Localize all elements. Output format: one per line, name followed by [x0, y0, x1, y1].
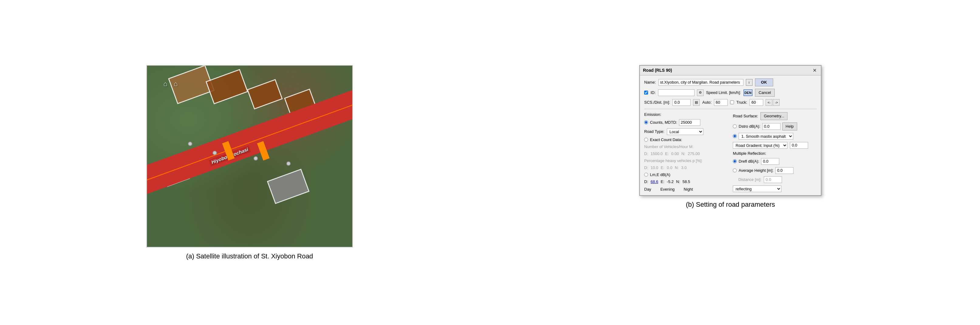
- emission-label: Emission:: [644, 112, 661, 117]
- cancel-button[interactable]: Cancel: [755, 89, 775, 97]
- lme-label: Lm,E dB(A): [650, 172, 670, 177]
- d-lme-label: D:: [644, 179, 648, 184]
- avg-height-input[interactable]: [775, 167, 794, 174]
- multiple-reflection-row: Multiple Reflection:: [733, 151, 817, 156]
- map-pin-icon-2: ⌂: [174, 80, 178, 88]
- id-icon: ⚙: [697, 90, 704, 96]
- road-gradient-row: Road Gradient: Input (%): [733, 142, 817, 149]
- name-label: Name:: [644, 80, 655, 85]
- map-pin-icon: ⌂: [163, 80, 167, 88]
- d-value-2: 10.0: [651, 165, 658, 170]
- e-lme-label: E:: [661, 179, 665, 184]
- road-circle-2: [254, 156, 258, 160]
- e-value-2: 0.0: [667, 165, 672, 170]
- road-surface-label: Road Surface:: [733, 114, 758, 118]
- e-lme-value: -5.2: [667, 179, 674, 184]
- exact-count-row: Exact Count Data:: [644, 138, 728, 142]
- smooth-asphalt-row: 1. Smooth mastix asphalt: [733, 133, 817, 139]
- reflecting-row: reflecting: [733, 186, 817, 192]
- exact-count-radio[interactable]: [644, 138, 648, 142]
- pct-heavy-label: Percentage heavy vehicles p [%]:: [644, 158, 702, 163]
- distance-input[interactable]: [764, 176, 782, 183]
- counts-mdtd-radio[interactable]: [644, 120, 648, 124]
- road-container: [146, 65, 353, 248]
- id-input[interactable]: [658, 90, 695, 96]
- scs-input[interactable]: [672, 99, 690, 106]
- ok-button[interactable]: OK: [755, 78, 773, 86]
- auto-input[interactable]: [714, 99, 728, 106]
- left-caption: (a) Satellite illustration of St. Xiyobo…: [186, 252, 313, 260]
- smooth-asphalt-radio[interactable]: [733, 134, 737, 138]
- right-col: Road Surface: Geometry... Dstro dB(A): H…: [733, 112, 817, 192]
- id-checkbox[interactable]: [644, 91, 648, 94]
- dialog-body: Name: i OK ID: ⚙ Speed Limit. [km/h]: DE…: [640, 75, 821, 195]
- n-value-1: 275.00: [688, 151, 700, 156]
- d-label-1: D:: [644, 151, 648, 156]
- road-surface-row: Road Surface: Geometry...: [733, 112, 817, 120]
- close-button[interactable]: ✕: [811, 67, 818, 73]
- pct-heavy-row: Percentage heavy vehicles p [%]:: [644, 158, 728, 163]
- drefl-label: Drefl dB(A):: [738, 159, 759, 163]
- multiple-reflection-label: Multiple Reflection:: [733, 151, 766, 156]
- road-gradient-select[interactable]: Road Gradient: Input (%): [733, 142, 788, 149]
- e-value-1: 0.00: [671, 151, 679, 156]
- den-lme-row: D: 68.6 E: -5.2 N: 58.5: [644, 179, 728, 184]
- d-value-1: 1500.0: [651, 151, 663, 156]
- truck-checkbox[interactable]: [730, 100, 734, 104]
- n-lme-value: 58.5: [682, 179, 690, 184]
- info-icon-label: i: [749, 80, 749, 84]
- road-gradient-input[interactable]: [790, 142, 808, 149]
- left-col: Emission: Counts, MDTD: Road Type:: [644, 112, 728, 192]
- road-type-select[interactable]: Local: [667, 128, 703, 135]
- lme-radio[interactable]: [644, 173, 648, 177]
- two-col-section: Emission: Counts, MDTD: Road Type:: [644, 112, 817, 192]
- n-value-2: 3.0: [681, 165, 687, 170]
- d-label-2: D:: [644, 165, 648, 170]
- id-speed-row: ID: ⚙ Speed Limit. [km/h]: DEN Cancel: [644, 89, 817, 97]
- auto-label: Auto:: [702, 100, 711, 104]
- road-main: [146, 82, 353, 205]
- left-panel: Hiyobon kochasi ⌂ ⌂ (a) Satellite illust…: [18, 65, 481, 260]
- nav-arrows: <- ->: [765, 99, 780, 106]
- counts-mdtd-input[interactable]: [679, 119, 700, 126]
- e-label-2: E:: [661, 165, 665, 170]
- den-button[interactable]: DEN: [743, 90, 752, 96]
- dstro-label: Dstro dB(A):: [738, 124, 760, 129]
- day-label: Day: [644, 187, 651, 192]
- scs-auto-row: SCS./Dist. [m]: ▤ Auto: Truck: <- ->: [644, 99, 817, 106]
- n-label-1: N:: [681, 151, 686, 156]
- info-icon[interactable]: i: [746, 79, 752, 86]
- road-type-label: Road Type:: [644, 129, 664, 134]
- d-lme-value: 68.6: [651, 179, 658, 184]
- lme-row: Lm,E dB(A): [644, 172, 728, 177]
- exact-count-label: Exact Count Data:: [650, 138, 682, 142]
- satellite-image: Hiyobon kochasi ⌂ ⌂: [146, 65, 353, 248]
- dialog-title: Road (RLS 90): [643, 68, 672, 73]
- drefl-row: Drefl dB(A):: [733, 158, 817, 165]
- truck-input[interactable]: [749, 99, 763, 106]
- help-button[interactable]: Help: [782, 123, 797, 130]
- nav-right-button[interactable]: ->: [773, 99, 780, 106]
- dstro-input[interactable]: [762, 123, 781, 130]
- distance-row: Distance [m]:: [733, 176, 817, 183]
- truck-label: Truck:: [737, 100, 748, 104]
- reflecting-select[interactable]: reflecting: [733, 186, 781, 192]
- scs-icon: ▤: [693, 99, 700, 106]
- vehicles-hour-label: Number of Vehicles/Hour M:: [644, 144, 694, 149]
- counts-mdtd-row: Counts, MDTD:: [644, 119, 728, 126]
- geometry-button[interactable]: Geometry...: [760, 112, 788, 120]
- smooth-asphalt-select[interactable]: 1. Smooth mastix asphalt: [738, 133, 793, 139]
- drefl-radio[interactable]: [733, 159, 737, 163]
- n-label-2: N:: [675, 165, 679, 170]
- avg-height-radio[interactable]: [733, 168, 737, 172]
- drefl-input[interactable]: [761, 158, 779, 165]
- road-circle-3: [188, 142, 192, 146]
- dialog-titlebar: Road (RLS 90) ✕: [640, 66, 821, 75]
- nav-left-button[interactable]: <-: [765, 99, 772, 106]
- name-input[interactable]: [659, 79, 743, 86]
- night-label: Night: [684, 187, 693, 192]
- dstro-row: Dstro dB(A): Help: [733, 123, 817, 130]
- road-parameters-dialog: Road (RLS 90) ✕ Name: i OK ID:: [639, 65, 821, 196]
- dstro-radio[interactable]: [733, 124, 737, 128]
- emission-row: Emission:: [644, 112, 728, 117]
